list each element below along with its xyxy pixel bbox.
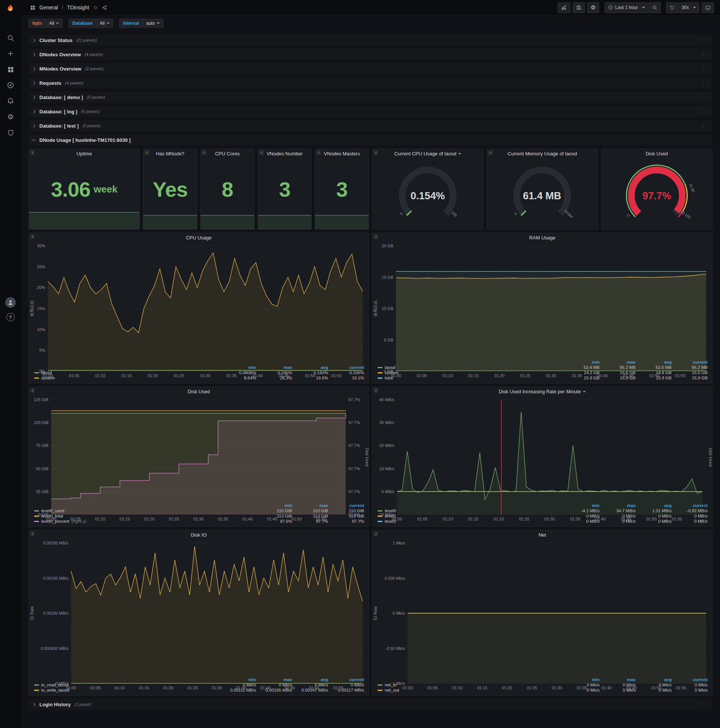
panel-info-icon[interactable]: i bbox=[30, 531, 35, 536]
panel-title-text: Disk IO bbox=[191, 532, 207, 538]
save-dashboard-button[interactable] bbox=[573, 2, 585, 13]
explore-compass-icon[interactable] bbox=[3, 78, 18, 92]
stat-panel-has-mnode: iHas MNode?Yes bbox=[143, 148, 197, 229]
refresh-interval-picker[interactable]: 30s bbox=[678, 2, 699, 13]
disk-used-plot[interactable]: 0 GiB25 GiB50 GiB75 GiB100 GiB125 GiB97.… bbox=[29, 397, 369, 502]
alerting-bell-icon[interactable] bbox=[3, 94, 18, 108]
disk-io-plot[interactable]: 0 MB/s0.000500 MB/s0.00100 MB/s0.00150 M… bbox=[29, 540, 369, 677]
net-plot[interactable]: -1 Mb/s-0.50 Mb/s0 Mb/s0.500 Mb/s1 Mb/s0… bbox=[372, 540, 712, 677]
charts-row-3: i Disk IO 0 MB/s0.000500 MB/s0.00100 MB/… bbox=[29, 530, 712, 696]
refresh-button[interactable] bbox=[666, 2, 678, 13]
panel-info-icon[interactable]: i bbox=[316, 150, 321, 155]
panel-title[interactable]: RAM Usage bbox=[372, 233, 712, 243]
panel-title[interactable]: Disk Used bbox=[29, 387, 369, 397]
dashboard-row-database-test[interactable]: Database: [ test ](5 panels)⋮⋮ bbox=[29, 120, 712, 132]
search-icon[interactable] bbox=[3, 31, 18, 45]
panel-info-icon[interactable]: i bbox=[374, 531, 378, 536]
panel-title[interactable]: VNodes Masters bbox=[315, 149, 369, 159]
disk-rate-plot[interactable]: -10 MB/s0 MB/s10 MB/s20 MB/s30 MB/s40 MB… bbox=[372, 397, 712, 502]
panel-title[interactable]: VNodes Number bbox=[258, 149, 312, 159]
dashboard-row-mnodes-overview[interactable]: MNodes Overview(2 panels)⋮⋮ bbox=[29, 63, 712, 74]
dashboard: Cluster Status(21 panels)⋮⋮DNodes Overvi… bbox=[21, 32, 720, 728]
row-drag-handle-icon[interactable]: ⋮⋮ bbox=[701, 66, 709, 71]
tv-kiosk-mode-button[interactable] bbox=[702, 2, 714, 13]
svg-text:01:40: 01:40 bbox=[595, 517, 606, 521]
variable-value-database[interactable]: All bbox=[96, 19, 113, 28]
star-icon[interactable]: ☆ bbox=[93, 4, 98, 11]
panel-info-icon[interactable]: i bbox=[259, 150, 264, 155]
variable-label-database[interactable]: Database bbox=[69, 19, 96, 28]
time-range-label: Last 1 hour bbox=[615, 5, 638, 10]
panel-title[interactable]: Disk Used Increasing Rate per Minute bbox=[372, 387, 712, 397]
row-panel-count: (1 panel) bbox=[75, 702, 91, 707]
panel-info-icon[interactable]: i bbox=[30, 388, 35, 393]
panel-title[interactable]: Current CPU Usage of taosd bbox=[372, 149, 483, 157]
panel-title-text: Current Memory Usage of taosd bbox=[508, 151, 577, 156]
svg-text:01:50: 01:50 bbox=[647, 517, 657, 521]
row-drag-handle-icon[interactable]: ⋮⋮ bbox=[701, 109, 709, 114]
row-title: DNode Usage [ huolinhe-TM1701:6030 ] bbox=[40, 137, 131, 143]
panel-info-icon[interactable]: i bbox=[30, 150, 35, 155]
breadcrumb-dashboard-title[interactable]: TDinsight bbox=[67, 5, 89, 11]
dashboard-row-requests[interactable]: Requests(4 panels)⋮⋮ bbox=[29, 77, 712, 89]
row-drag-handle-icon[interactable]: ⋮⋮ bbox=[701, 52, 709, 57]
panel-title[interactable]: Net bbox=[372, 530, 712, 540]
variable-label-fqdn[interactable]: fqdn bbox=[29, 19, 45, 28]
svg-text:01:50: 01:50 bbox=[651, 685, 662, 690]
row-drag-handle-icon[interactable]: ⋮⋮ bbox=[701, 702, 709, 707]
panel-title[interactable]: Has MNode? bbox=[143, 149, 197, 159]
svg-text:01:00: 01:00 bbox=[403, 685, 413, 690]
server-admin-shield-icon[interactable] bbox=[3, 126, 18, 139]
dashboard-row-login-history[interactable]: Login History(1 panel)⋮⋮ bbox=[29, 699, 712, 710]
panel-info-icon[interactable]: i bbox=[202, 150, 207, 155]
panel-title[interactable]: Disk Used bbox=[601, 149, 712, 157]
svg-text:40 MB/s: 40 MB/s bbox=[379, 398, 395, 402]
zoom-out-time-button[interactable] bbox=[649, 2, 661, 13]
row-drag-handle-icon[interactable]: ⋮⋮ bbox=[701, 81, 709, 86]
dashboard-row-dnodes-overview[interactable]: DNodes Overview(4 panels)⋮⋮ bbox=[29, 49, 712, 60]
panel-info-icon[interactable]: i bbox=[144, 150, 149, 155]
panel-title[interactable]: Current Memory Usage of taosd bbox=[487, 149, 597, 157]
svg-text:100 GiB: 100 GiB bbox=[34, 420, 49, 425]
add-panel-button[interactable] bbox=[558, 2, 571, 13]
panel-info-icon[interactable]: i bbox=[488, 150, 493, 155]
svg-text:25%: 25% bbox=[37, 265, 45, 269]
dashboard-row-cluster-status[interactable]: Cluster Status(21 panels)⋮⋮ bbox=[29, 35, 712, 46]
variable-label-interval[interactable]: Interval bbox=[119, 19, 142, 28]
svg-text:0.500 Mb/s: 0.500 Mb/s bbox=[385, 576, 405, 581]
variable-value-interval[interactable]: auto bbox=[142, 19, 163, 28]
svg-text:75 80: 75 80 bbox=[688, 183, 696, 193]
time-range-picker[interactable]: Last 1 hour bbox=[604, 2, 648, 13]
row-drag-handle-icon[interactable]: ⋮⋮ bbox=[701, 95, 709, 100]
dashboard-settings-button[interactable]: ⚙ bbox=[587, 2, 599, 13]
ram-usage-plot[interactable]: 0 MB5 GB10 GB15 GB20 GB01:0001:0501:1001… bbox=[372, 243, 712, 359]
panel-title[interactable]: Disk IO bbox=[29, 530, 369, 540]
panel-title[interactable]: Uptime bbox=[29, 149, 139, 159]
panel-title[interactable]: CPU Cores bbox=[201, 149, 254, 159]
create-plus-icon[interactable] bbox=[3, 47, 18, 60]
dashboard-row-dnode-usage[interactable]: DNode Usage [ huolinhe-TM1701:6030 ] bbox=[29, 135, 712, 145]
grafana-logo[interactable] bbox=[4, 3, 17, 15]
variable-value-fqdn[interactable]: All bbox=[45, 19, 63, 28]
panel-info-icon[interactable]: i bbox=[374, 150, 378, 155]
svg-text:-1 Mb/s: -1 Mb/s bbox=[391, 681, 405, 685]
help-icon[interactable]: ? bbox=[6, 313, 15, 321]
row-drag-handle-icon[interactable]: ⋮⋮ bbox=[701, 38, 709, 43]
cpu-usage-plot[interactable]: 0%5%10%15%20%25%30%01:0001:0501:1001:150… bbox=[29, 243, 369, 364]
dashboard-row-database-demo[interactable]: Database: [ demo ](5 panels)⋮⋮ bbox=[29, 92, 712, 103]
row-title: Requests bbox=[40, 80, 61, 86]
svg-text:01:25: 01:25 bbox=[169, 517, 179, 521]
dashboard-row-database-log[interactable]: Database: [ log ](5 panels)⋮⋮ bbox=[29, 106, 712, 117]
dashboards-icon[interactable] bbox=[3, 63, 18, 76]
panel-info-icon[interactable]: i bbox=[374, 234, 378, 239]
panel-title[interactable]: CPU Usage bbox=[29, 233, 369, 243]
panel-info-icon[interactable]: i bbox=[374, 388, 378, 393]
svg-text:0: 0 bbox=[626, 213, 630, 218]
breadcrumb-folder[interactable]: General bbox=[40, 5, 58, 11]
svg-text:01:05: 01:05 bbox=[416, 373, 427, 378]
panel-info-icon[interactable]: i bbox=[30, 234, 35, 239]
user-avatar[interactable] bbox=[5, 297, 16, 308]
configuration-gear-icon[interactable]: ⚙ bbox=[3, 110, 18, 124]
share-icon[interactable] bbox=[102, 5, 107, 11]
row-drag-handle-icon[interactable]: ⋮⋮ bbox=[701, 124, 709, 128]
